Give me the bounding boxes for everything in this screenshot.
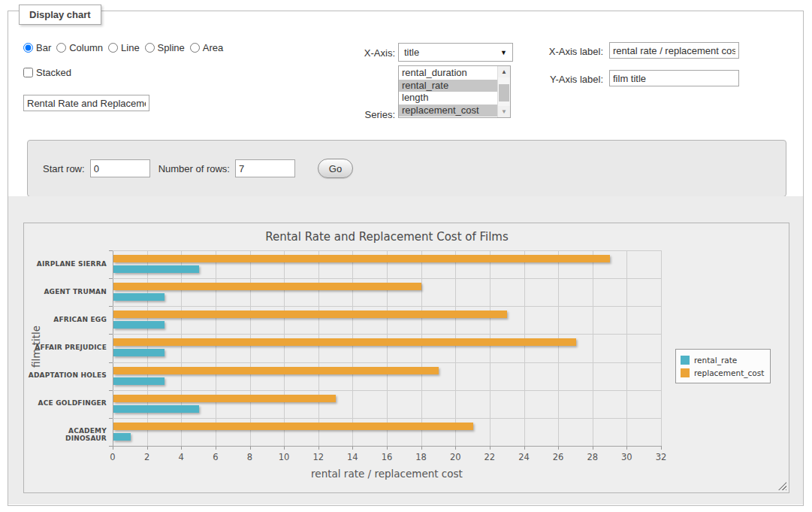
x-axis-select[interactable]: title ▼ xyxy=(398,43,513,62)
dropdown-arrow-icon: ▼ xyxy=(500,49,507,56)
chart-title-input[interactable] xyxy=(23,95,149,111)
y-tick-mark xyxy=(109,390,113,391)
go-button[interactable]: Go xyxy=(318,159,353,178)
x-tick-label: 4 xyxy=(168,452,195,462)
start-row-label: Start row: xyxy=(43,163,85,174)
series-list-label: Series: xyxy=(339,109,395,120)
chart-type-label-spline: Spline xyxy=(158,42,185,53)
start-row-input[interactable] xyxy=(90,159,150,177)
bar-rental-rate[interactable] xyxy=(113,433,131,441)
x-tick-label: 2 xyxy=(134,452,161,462)
grid-line-vertical xyxy=(661,250,662,446)
bar-replacement-cost[interactable] xyxy=(113,367,439,374)
number-of-rows-label: Number of rows: xyxy=(158,163,230,174)
stacked-checkbox[interactable] xyxy=(23,68,33,77)
fieldset-legend: Display chart xyxy=(19,5,101,25)
bar-rental-rate[interactable] xyxy=(113,321,165,329)
chart-type-option-area: Area xyxy=(190,42,223,53)
x-axis-label-input[interactable] xyxy=(609,42,739,59)
x-tick-label: 22 xyxy=(476,452,503,462)
stacked-label: Stacked xyxy=(36,67,71,78)
x-tick-label: 10 xyxy=(270,452,297,462)
x-tick-label: 6 xyxy=(202,452,229,462)
bar-replacement-cost[interactable] xyxy=(113,423,473,430)
grid-line-vertical xyxy=(524,250,525,446)
bar-rental-rate[interactable] xyxy=(113,293,165,301)
category-label: ACADEMY DINOSAUR xyxy=(27,427,107,442)
bar-rental-rate[interactable] xyxy=(113,377,165,385)
x-tick-label: 16 xyxy=(373,452,400,462)
number-of-rows-input[interactable] xyxy=(235,159,295,177)
resize-handle[interactable] xyxy=(778,482,786,490)
legend-label: replacement_cost xyxy=(694,368,764,377)
series-option-rental-rate[interactable]: rental_rate xyxy=(399,80,497,92)
chart-type-radio-bar[interactable] xyxy=(23,43,33,53)
grid-line-horizontal xyxy=(113,334,661,335)
chart-type-radio-spline[interactable] xyxy=(145,43,155,53)
grid-line-vertical xyxy=(250,250,251,446)
chart-type-radio-line[interactable] xyxy=(108,43,118,53)
x-tick-label: 26 xyxy=(545,452,572,462)
scroll-track[interactable] xyxy=(498,77,510,106)
bar-replacement-cost[interactable] xyxy=(113,255,610,262)
stacked-row: Stacked xyxy=(23,67,71,78)
bar-rental-rate[interactable] xyxy=(113,405,199,413)
y-tick-mark xyxy=(109,306,113,307)
category-label: ACE GOLDFINGER xyxy=(27,399,107,407)
bar-replacement-cost[interactable] xyxy=(113,311,507,318)
x-tick-label: 14 xyxy=(339,452,366,462)
chart-type-radio-column[interactable] xyxy=(56,43,66,53)
grid-line-horizontal xyxy=(113,278,661,279)
grid-line-horizontal xyxy=(113,418,661,419)
scroll-up-icon[interactable]: ▲ xyxy=(498,66,510,77)
y-tick-mark xyxy=(109,418,113,419)
x-axis-selected-value: title xyxy=(404,47,419,58)
x-tick-label: 28 xyxy=(579,452,606,462)
bar-replacement-cost[interactable] xyxy=(113,338,576,346)
chart-x-axis-title: rental rate / replacement cost xyxy=(24,468,750,480)
scroll-thumb[interactable] xyxy=(499,84,509,101)
chart-type-label-line: Line xyxy=(121,42,140,53)
x-tick-label: 24 xyxy=(511,452,538,462)
grid-line-vertical xyxy=(352,250,353,446)
chart-type-option-spline: Spline xyxy=(145,42,185,53)
series-option-rental-duration[interactable]: rental_duration xyxy=(399,67,497,80)
grid-line-horizontal xyxy=(113,306,661,307)
chart-type-option-column: Column xyxy=(56,42,103,53)
grid-line-vertical xyxy=(626,250,627,446)
grid-line-vertical xyxy=(318,250,319,446)
grid-line-vertical xyxy=(216,250,216,446)
grid-line-vertical xyxy=(593,250,593,446)
chart-title: Rental Rate and Replacement Cost of Film… xyxy=(24,230,750,244)
legend-item-rental-rate[interactable]: rental_rate xyxy=(681,353,764,366)
grid-line-vertical xyxy=(455,250,456,446)
grid-line-vertical xyxy=(421,250,422,446)
grid-line-horizontal xyxy=(113,446,661,447)
bar-replacement-cost[interactable] xyxy=(113,395,336,402)
legend-item-replacement-cost[interactable]: replacement_cost xyxy=(681,366,764,379)
row-range-panel: Start row: Number of rows: Go xyxy=(27,140,786,197)
x-tick-label: 30 xyxy=(613,452,640,462)
category-label: AGENT TRUMAN xyxy=(27,288,107,295)
y-axis-label-input[interactable] xyxy=(609,70,739,86)
legend-label: rental_rate xyxy=(694,356,737,365)
series-scrollbar[interactable]: ▲ ▼ xyxy=(497,66,510,117)
category-label: AFRICAN EGG xyxy=(27,316,107,323)
page: Display chart BarColumnLineSplineArea St… xyxy=(0,0,812,512)
series-options: rental_durationrental_ratelengthreplacem… xyxy=(399,66,497,117)
bar-rental-rate[interactable] xyxy=(113,265,199,273)
chart-type-label-bar: Bar xyxy=(36,42,51,53)
scroll-down-icon[interactable]: ▼ xyxy=(498,106,510,117)
x-axis-select-label: X-Axis: xyxy=(339,47,395,59)
bar-replacement-cost[interactable] xyxy=(113,283,421,290)
x-tick-label: 12 xyxy=(305,452,332,462)
series-option-replacement-cost[interactable]: replacement_cost xyxy=(399,105,497,117)
grid-line-vertical xyxy=(284,250,285,446)
grid-line-horizontal xyxy=(113,390,661,391)
grid-line-horizontal xyxy=(113,250,661,251)
x-tick-label: 8 xyxy=(237,452,264,462)
y-axis-label-caption: Y-Axis label: xyxy=(529,74,603,85)
series-option-length[interactable]: length xyxy=(399,92,497,105)
chart-type-radio-area[interactable] xyxy=(190,43,200,53)
bar-rental-rate[interactable] xyxy=(113,349,165,356)
